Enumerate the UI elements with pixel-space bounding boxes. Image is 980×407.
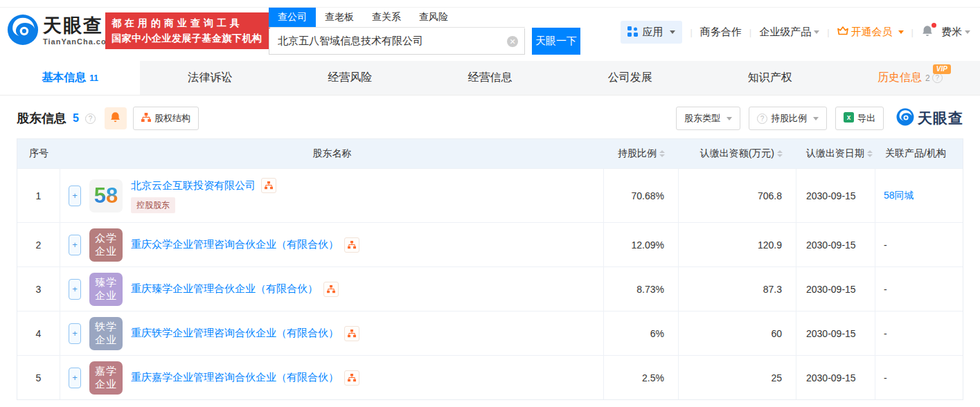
row-index-cell: 1	[17, 169, 60, 222]
shareholder-name-cell: +58北京云企互联投资有限公司控股股东	[60, 169, 604, 222]
company-nav-tabs: 基本信息 11 法律诉讼 经营风险 经营信息 公司发展 知识产权 VIP 历史信…	[0, 61, 980, 96]
username-label: 费米	[941, 26, 962, 39]
shareholder-table: 序号 股东名称 持股比例 认缴出资额(万元) 认缴出资日期 关联产品/机构 1+…	[17, 138, 963, 400]
watermark-logo: 天眼查	[896, 108, 963, 129]
export-button[interactable]: x 导出	[835, 107, 884, 130]
help-icon[interactable]: ?	[85, 114, 96, 124]
subscribed-date-cell: 2030-09-15	[796, 169, 875, 222]
search-button[interactable]: 天眼一下	[532, 28, 580, 55]
shareholder-type-label: 股东类型	[684, 112, 720, 125]
search-tab-boss[interactable]: 查老板	[316, 8, 363, 27]
clear-search-icon[interactable]: ✕	[507, 36, 518, 47]
name-line: 重庆嘉学企业管理咨询合伙企业（有限合伙）	[131, 370, 359, 386]
tab-basic-info-label: 基本信息	[42, 71, 86, 85]
subscribed-date-cell: 2030-09-15	[796, 311, 875, 355]
monitor-bell-button[interactable]	[105, 107, 127, 129]
expand-row-button[interactable]: +	[69, 279, 81, 300]
col-header-subscribed-amount[interactable]: 认缴出资额(万元)	[679, 139, 796, 168]
subscribed-date-cell: 2030-09-15	[796, 267, 875, 311]
menu-business-cooperation[interactable]: 商务合作	[700, 26, 742, 39]
tab-operation-risk[interactable]: 经营风险	[280, 61, 420, 95]
related-product-link[interactable]: 58同城	[884, 190, 914, 202]
help-icon[interactable]: ?	[932, 73, 943, 83]
name-line: 重庆臻学企业管理合伙企业（有限合伙）	[131, 282, 339, 297]
menu-separator: |	[911, 27, 914, 37]
search-tab-relation[interactable]: 查关系	[363, 8, 410, 27]
shareholder-name-link[interactable]: 重庆臻学企业管理合伙企业（有限合伙）	[131, 282, 318, 296]
search-input[interactable]	[269, 28, 525, 55]
section-title: 股东信息	[17, 110, 66, 127]
notification-red-dot	[932, 23, 936, 28]
sort-icon[interactable]	[659, 150, 665, 157]
shareholder-name-link[interactable]: 重庆轶学企业管理咨询合伙企业（有限合伙）	[131, 327, 339, 340]
col-header-holding-ratio[interactable]: 持股比例	[604, 139, 679, 168]
row-index-cell: 4	[17, 311, 60, 355]
sort-icon[interactable]	[867, 150, 873, 157]
promo-line1: 都在用的商业查询工具	[112, 16, 264, 31]
search-tab-company[interactable]: 查公司	[269, 8, 316, 27]
expand-row-button[interactable]: +	[69, 235, 81, 255]
subscribed-date-header-label: 认缴出资日期	[806, 147, 864, 160]
row-index-cell: 2	[17, 223, 60, 266]
subscribed-amount-cell: 87.3	[679, 267, 796, 311]
top-header: 天眼查 TianYanCha.com 都在用的商业查询工具 国家中小企业发展子基…	[0, 0, 980, 61]
export-label: 导出	[857, 112, 875, 125]
tab-legal-litigation[interactable]: 法律诉讼	[140, 61, 280, 95]
shareholder-avatar: 轶学企业	[89, 317, 123, 350]
search-area: 查公司 查老板 查关系 查风险 ✕ 天眼一下	[269, 8, 580, 55]
equity-structure-icon-button[interactable]	[344, 326, 359, 341]
equity-structure-button[interactable]: 股权结构	[133, 107, 199, 130]
holding-ratio-cell: 70.68%	[604, 169, 679, 222]
equity-structure-icon-button[interactable]	[344, 237, 359, 253]
table-row: 4+轶学企业重庆轶学企业管理咨询合伙企业（有限合伙）6%602030-09-15…	[17, 311, 963, 355]
expand-row-button[interactable]: +	[69, 368, 81, 388]
tab-history-info-label: 历史信息	[877, 71, 922, 85]
org-chart-icon	[141, 113, 151, 125]
tab-intellectual-property[interactable]: 知识产权	[700, 61, 840, 95]
logo-title: 天眼查	[43, 17, 114, 35]
user-menu[interactable]: 费米	[941, 26, 970, 39]
shareholder-name-link[interactable]: 重庆众学企业管理咨询合伙企业（有限合伙）	[131, 238, 339, 251]
tab-company-development[interactable]: 公司发展	[560, 61, 700, 95]
name-column: 重庆臻学企业管理合伙企业（有限合伙）	[131, 282, 339, 297]
equity-structure-icon-button[interactable]	[261, 178, 276, 193]
row-index-cell: 3	[17, 267, 60, 311]
tab-history-info[interactable]: VIP 历史信息 2 ?	[840, 61, 980, 95]
shareholder-name-cell: +轶学企业重庆轶学企业管理咨询合伙企业（有限合伙）	[60, 311, 604, 355]
tab-intellectual-property-label: 知识产权	[748, 71, 792, 85]
shareholder-type-filter[interactable]: 股东类型	[676, 107, 740, 130]
equity-structure-icon-button[interactable]	[323, 282, 339, 297]
shareholder-count: 5	[73, 112, 79, 125]
shareholder-table-body: 1+58北京云企互联投资有限公司控股股东70.68%706.82030-09-1…	[17, 168, 963, 399]
name-column: 北京云企互联投资有限公司控股股东	[131, 178, 276, 213]
shareholder-name-link[interactable]: 重庆嘉学企业管理咨询合伙企业（有限合伙）	[131, 371, 339, 384]
col-header-subscribed-date[interactable]: 认缴出资日期	[796, 139, 875, 168]
apps-menu-button[interactable]: 应用	[621, 21, 682, 44]
shareholder-name-cell: +嘉学企业重庆嘉学企业管理咨询合伙企业（有限合伙）	[60, 356, 604, 399]
row-index-cell: 5	[17, 356, 60, 399]
notifications-button[interactable]	[921, 25, 934, 39]
name-column: 重庆嘉学企业管理咨询合伙企业（有限合伙）	[131, 370, 359, 386]
excel-icon: x	[844, 112, 854, 125]
equity-structure-label: 股权结构	[154, 112, 190, 125]
shareholder-avatar: 臻学企业	[89, 273, 123, 306]
sort-icon[interactable]	[777, 150, 783, 157]
tab-operation-info[interactable]: 经营信息	[420, 61, 560, 95]
holding-ratio-filter[interactable]: ? 持股比例	[749, 107, 827, 130]
shareholder-name-link[interactable]: 北京云企互联投资有限公司	[131, 179, 256, 192]
expand-row-button[interactable]: +	[69, 186, 81, 206]
search-tab-risk[interactable]: 查风险	[410, 8, 457, 27]
related-product-cell: -	[875, 223, 963, 266]
tab-basic-info[interactable]: 基本信息 11	[0, 61, 140, 95]
menu-enterprise-products[interactable]: 企业级产品	[759, 26, 819, 39]
expand-row-button[interactable]: +	[69, 323, 81, 344]
crown-icon	[837, 26, 848, 38]
menu-separator: |	[690, 27, 692, 37]
shareholder-avatar: 嘉学企业	[89, 361, 123, 395]
tianyancha-logo[interactable]: 天眼查 TianYanCha.com	[7, 14, 114, 48]
equity-structure-icon-button[interactable]	[344, 370, 359, 386]
subscribed-amount-cell: 120.9	[679, 223, 796, 266]
table-row: 5+嘉学企业重庆嘉学企业管理咨询合伙企业（有限合伙）2.5%252030-09-…	[17, 355, 963, 399]
open-vip-button[interactable]: 开通会员	[837, 26, 904, 39]
table-row: 1+58北京云企互联投资有限公司控股股东70.68%706.82030-09-1…	[17, 168, 963, 222]
